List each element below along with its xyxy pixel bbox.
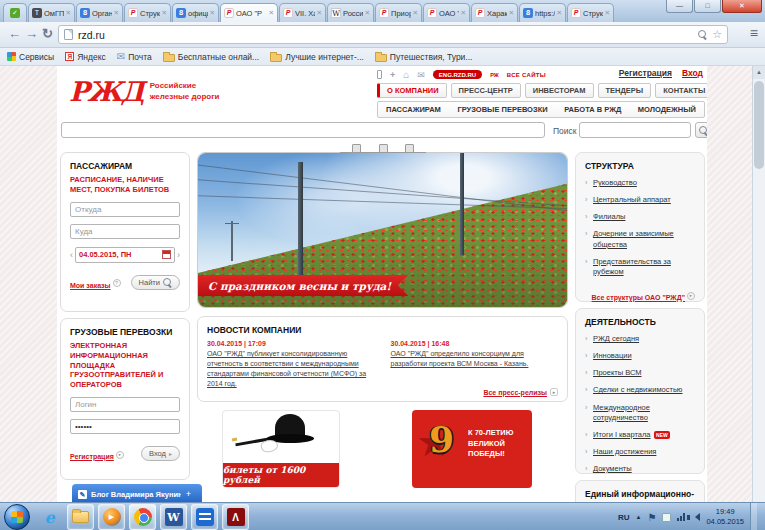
tab-prior[interactable]: Приор: [375, 3, 422, 22]
rzd-logo[interactable]: РЖД Российскиежелезные дороги: [69, 76, 219, 107]
tab-close-icon[interactable]: [557, 9, 562, 17]
taskbar-chrome[interactable]: [129, 504, 156, 530]
info-icon[interactable]: [113, 279, 121, 287]
taskbar-media-player[interactable]: [98, 504, 125, 530]
login-link[interactable]: Вход: [682, 68, 703, 78]
bookmark-yandex[interactable]: Яндекс: [65, 52, 106, 62]
site-search-input[interactable]: [61, 122, 545, 138]
nav-press-center[interactable]: ПРЕСС-ЦЕНТР: [451, 83, 521, 98]
tab-https[interactable]: https:/: [519, 3, 566, 22]
tab-close-icon[interactable]: [317, 9, 322, 17]
link-q1-results[interactable]: Итоги I кварталаNEW: [585, 430, 695, 440]
tab-close-icon[interactable]: [269, 9, 274, 17]
blog-add-tab[interactable]: [181, 484, 196, 502]
tickets-promo-banner[interactable]: билеты от 1600 рублей: [222, 410, 340, 488]
nav-investors[interactable]: ИНВЕСТОРАМ: [525, 83, 594, 98]
nav-tenders[interactable]: ТЕНДЕРЫ: [598, 83, 652, 98]
link-innovations[interactable]: Инновации: [585, 351, 695, 361]
link-subsidiaries[interactable]: Дочерние и зависимые общества: [585, 229, 695, 249]
tab-close-icon[interactable]: [66, 9, 71, 17]
taskbar-acrobat[interactable]: [222, 504, 249, 530]
all-sites-link[interactable]: ВСЕ САЙТЫ: [507, 72, 546, 78]
volume-icon[interactable]: [691, 513, 700, 521]
bookmark-folder-free[interactable]: Бесплатные онлай...: [163, 52, 259, 62]
update-tray-icon[interactable]: [662, 513, 671, 522]
bookmark-folder-best[interactable]: Лучшие интернет-...: [270, 52, 364, 62]
tab-close-icon[interactable]: [605, 9, 610, 17]
bookmark-folder-travel[interactable]: Путешествия, Тури...: [375, 52, 473, 62]
my-orders-link[interactable]: Мои заказы: [70, 282, 111, 289]
url-text[interactable]: rzd.ru: [78, 29, 693, 41]
link-rzd-today[interactable]: РЖД сегодня: [585, 334, 695, 344]
nav-jobs[interactable]: РАБОТА В РЖД: [564, 105, 621, 114]
bookmark-star-icon[interactable]: [712, 28, 722, 41]
freight-login-button[interactable]: Вход▸: [141, 446, 180, 461]
search-icon[interactable]: [698, 30, 707, 39]
maximize-button[interactable]: [694, 0, 721, 13]
next-day-icon[interactable]: ›: [177, 250, 180, 260]
eng-site-badge[interactable]: ENG.RZD.RU: [433, 70, 482, 79]
nav-contacts[interactable]: КОНТАКТЫ: [655, 83, 707, 98]
prev-day-icon[interactable]: ‹: [70, 250, 73, 260]
link-leadership[interactable]: Руководство: [585, 178, 695, 188]
freight-register-link[interactable]: Регистрация: [70, 453, 114, 460]
menu-icon[interactable]: [750, 25, 758, 41]
tab-close-icon[interactable]: [114, 9, 119, 17]
nav-freight[interactable]: ГРУЗОВЫЕ ПЕРЕВОЗКИ: [457, 105, 547, 114]
mobile-icon[interactable]: [377, 70, 382, 79]
scroll-up-icon[interactable]: [753, 66, 765, 79]
link-international[interactable]: Международное сотрудничество: [585, 403, 695, 423]
register-link[interactable]: Регистрация: [619, 68, 672, 78]
tab-close-icon[interactable]: [461, 9, 466, 17]
scroll-thumb[interactable]: [754, 81, 764, 169]
nav-passengers[interactable]: ПАССАЖИРАМ: [386, 105, 441, 114]
tab-rossi[interactable]: Росси: [327, 3, 374, 22]
news-link[interactable]: ОАО "РЖД" определило консорциум для разр…: [391, 349, 559, 369]
tab-vii-har[interactable]: VII. Хар: [279, 3, 326, 22]
action-center-flag-icon[interactable]: [647, 512, 656, 523]
accessibility-icon[interactable]: [390, 70, 395, 80]
close-button[interactable]: [722, 0, 762, 13]
taskbar-explorer[interactable]: [67, 504, 94, 530]
link-central-apparatus[interactable]: Центральный аппарат: [585, 195, 695, 205]
tab-close-icon[interactable]: [210, 9, 215, 17]
clock[interactable]: 19:49 04.05.2015: [706, 507, 744, 527]
hero-banner[interactable]: С праздником весны и труда!: [197, 152, 568, 308]
freight-platform-link[interactable]: ЭЛЕКТРОННАЯ ИНФОРМАЦИОННАЯ ПЛОЩАДКА ГРУЗ…: [70, 341, 180, 390]
bookmark-services[interactable]: Сервисы: [7, 52, 54, 62]
start-button[interactable]: [4, 504, 30, 530]
tab-struct-1[interactable]: Структ: [124, 3, 171, 22]
forward-icon[interactable]: [25, 26, 38, 41]
hidden-icons-arrow[interactable]: [636, 514, 642, 520]
taskbar-ie[interactable]: [36, 504, 63, 530]
all-press-releases[interactable]: Все пресс-релизы: [483, 388, 558, 396]
from-input[interactable]: [70, 202, 180, 217]
tab-close-icon[interactable]: [162, 9, 167, 17]
tab-close-icon[interactable]: [365, 9, 370, 17]
link-vsm-projects[interactable]: Проекты ВСМ: [585, 368, 695, 378]
to-input[interactable]: [70, 224, 180, 239]
link-achievements[interactable]: Наши достижения: [585, 447, 695, 457]
link-representations[interactable]: Представительства за рубежом: [585, 257, 695, 277]
tab-oao-2[interactable]: ОАО "Р: [423, 3, 470, 22]
tab-pinned[interactable]: [3, 3, 27, 22]
password-input[interactable]: [70, 419, 180, 434]
taskbar-total-commander[interactable]: [191, 504, 218, 530]
search-query-input[interactable]: [579, 122, 691, 138]
tab-rzd-active[interactable]: ОАО "Р: [220, 3, 278, 22]
nav-youth[interactable]: МОЛОДЕЖНЫЙ: [638, 105, 696, 114]
back-icon[interactable]: [8, 26, 21, 41]
envelope-icon[interactable]: [417, 70, 425, 80]
all-structures-link[interactable]: Все структуры ОАО "РЖД": [585, 286, 695, 304]
taskbar-word[interactable]: [160, 504, 187, 530]
tab-close-icon[interactable]: [509, 9, 514, 17]
tab-omgpu[interactable]: ОмГПУ: [28, 3, 75, 22]
minimize-button[interactable]: [666, 0, 693, 13]
link-branches[interactable]: Филиалы: [585, 212, 695, 222]
network-icon[interactable]: [677, 513, 685, 521]
login-input[interactable]: [70, 397, 180, 412]
reload-icon[interactable]: [42, 26, 53, 41]
tab-struct-2[interactable]: Структ: [567, 3, 614, 22]
address-bar[interactable]: rzd.ru: [58, 25, 728, 44]
tab-ofic[interactable]: офици: [172, 3, 219, 22]
